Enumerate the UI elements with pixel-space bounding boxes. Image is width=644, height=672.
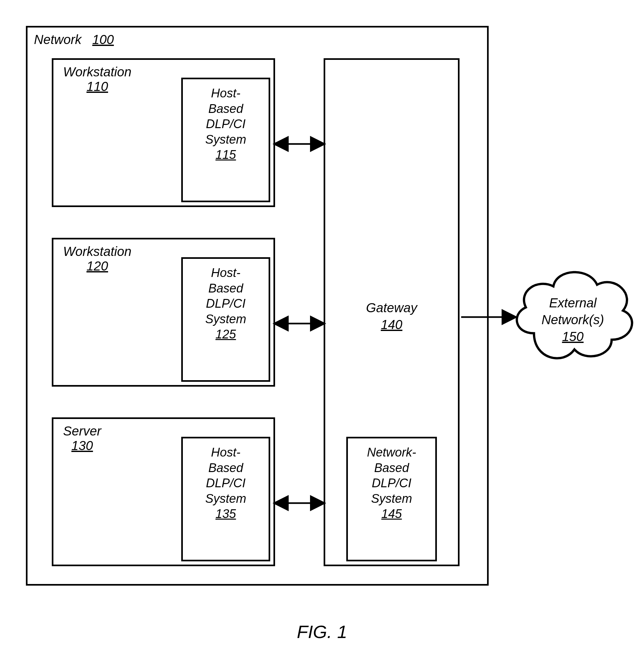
host-dlp-125-box: Host- Based DLP/CI System 125 — [181, 257, 270, 382]
host2-num: 130 — [63, 439, 101, 453]
arrow-gateway-external — [460, 311, 516, 324]
host-dlp-115-box: Host- Based DLP/CI System 115 — [181, 77, 270, 202]
network-label: Network 100 — [34, 32, 114, 47]
figure-caption: FIG. 1 — [13, 621, 631, 642]
host1-num: 120 — [63, 259, 131, 273]
arrow-ws120-gateway — [275, 317, 324, 330]
caption-text: FIG. 1 — [297, 622, 347, 642]
server-130-label: Server 130 — [63, 424, 101, 453]
host1-sys-num: 125 — [183, 327, 269, 342]
host-dlp-135-label: Host- Based DLP/CI System 135 — [183, 439, 269, 522]
external-num: 150 — [513, 328, 633, 345]
host2-title: Server — [63, 424, 101, 439]
arrow-server130-gateway — [275, 497, 324, 509]
host-dlp-125-label: Host- Based DLP/CI System 125 — [183, 259, 269, 342]
network-dlp-145-box: Network- Based DLP/CI System 145 — [346, 437, 437, 561]
host0-sys-line3: DLP/CI — [183, 117, 269, 132]
external-network-label: External Network(s) 150 — [513, 295, 633, 345]
arrow-ws110-gateway — [275, 137, 324, 151]
network-dlp-145-label: Network- Based DLP/CI System 145 — [348, 439, 435, 522]
host0-num: 110 — [63, 79, 131, 94]
diagram-root: Network 100 Workstation 110 Host- Based … — [13, 13, 631, 659]
host1-title: Workstation — [63, 244, 131, 259]
gateway-sys-num: 145 — [348, 506, 435, 522]
server-130-box: Server 130 Host- Based DLP/CI System 135 — [52, 417, 275, 566]
host0-sys-line4: System — [183, 132, 269, 147]
host-dlp-135-box: Host- Based DLP/CI System 135 — [181, 437, 270, 561]
network-num: 100 — [92, 32, 114, 47]
workstation-120-box: Workstation 120 Host- Based DLP/CI Syste… — [52, 238, 275, 387]
gateway-title: Gateway — [325, 299, 458, 316]
host0-sys-line1: Host- — [183, 86, 269, 101]
network-title: Network — [34, 32, 82, 47]
gateway-num: 140 — [325, 316, 458, 333]
gateway-label: Gateway 140 — [325, 299, 458, 333]
workstation-110-label: Workstation 110 — [63, 65, 131, 94]
host-dlp-115-label: Host- Based DLP/CI System 115 — [183, 79, 269, 163]
workstation-120-label: Workstation 120 — [63, 244, 131, 273]
workstation-110-box: Workstation 110 Host- Based DLP/CI Syste… — [52, 58, 275, 207]
gateway-box: Gateway 140 Network- Based DLP/CI System… — [324, 58, 460, 566]
host0-title: Workstation — [63, 65, 131, 79]
host0-sys-line2: Based — [183, 101, 269, 117]
host2-sys-num: 135 — [183, 506, 269, 522]
host0-sys-num: 115 — [183, 147, 269, 163]
